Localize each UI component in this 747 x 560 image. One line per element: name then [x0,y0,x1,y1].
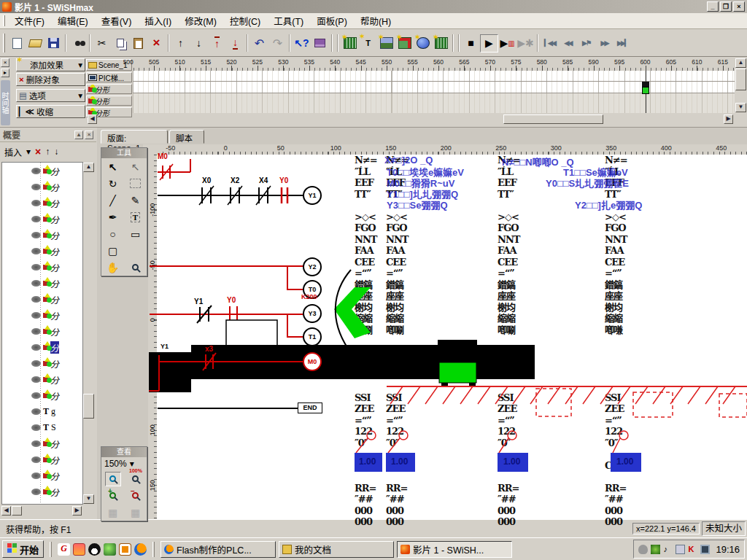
help-book-button[interactable] [311,34,329,52]
outline-move-down-button[interactable]: ↓ [54,147,58,157]
stop-button[interactable]: ■ [462,34,480,52]
menu-item[interactable]: 插入(I) [138,12,178,30]
contact-label-m0[interactable]: M0 [158,152,168,160]
context-help-button[interactable]: ↖? [293,34,311,52]
timeline-scroll-up-button[interactable]: ▲ [735,58,746,68]
timeline-row-movie[interactable]: PIC梯... [86,72,132,82]
restore-button[interactable]: ❐ [720,1,732,12]
outline-row[interactable]: ⊟ T ☝ 分 [2,243,82,259]
delete-button[interactable]: × [147,34,166,52]
zoom-select-button[interactable] [105,472,121,486]
insert-button-button[interactable] [414,34,432,52]
outline-row[interactable]: ⊟ T ☝ 分 [2,451,82,467]
outline-row[interactable]: ⊟ T ☝ 分 [2,211,82,227]
zoom-100-button[interactable]: 100% [125,470,146,487]
play-timeline-button[interactable]: ▶▥ [498,34,516,52]
start-button[interactable]: 开始 [2,540,44,558]
outline-insert-button[interactable]: 插入 [4,146,22,158]
outline-row[interactable]: ⊟ T ☝ 分 [2,483,82,499]
outline-hscroll-thumb[interactable] [12,506,22,516]
task-button-my-documents[interactable]: 我的文档 [279,541,394,558]
insert-image-button[interactable] [377,34,395,52]
contact-label-x4[interactable]: X4 [259,176,268,184]
outline-row[interactable]: ⊟ T ☝ 分 [2,163,82,179]
outline-row[interactable]: ⊟ T ☝ 分 [2,259,82,275]
timeline-hscroll-thumb[interactable] [503,114,603,124]
line-tool[interactable]: ╱ [102,192,123,209]
contact-label-y1[interactable]: Y1 [194,298,203,306]
insert-scene-button[interactable] [341,34,359,52]
task-button-flash-plc[interactable]: Flash制作的PLC... [160,541,276,558]
outline-close-icon[interactable]: × [85,131,93,139]
menu-item[interactable]: 查看(V) [95,12,139,30]
contact-label-x3[interactable]: x3 [205,345,213,353]
menu-item[interactable]: 修改(M) [178,12,223,30]
visibility-eye-icon[interactable] [29,505,39,505]
step-back-button[interactable]: ◀◀ [559,34,577,52]
transform-tool[interactable] [130,179,141,188]
menu-item[interactable]: 工具(T) [267,12,310,30]
annotation-text[interactable]: Y0□□S圠圠弸弸寉E [546,176,629,190]
menu-item[interactable]: 控制(C) [223,12,267,30]
insert-shape-button[interactable] [395,34,414,52]
quicklaunch-grip[interactable] [50,542,52,557]
timeline-close-icon[interactable]: × [1,58,9,67]
minimize-button[interactable]: _ [707,1,719,12]
tray-icon-k[interactable]: K [688,545,697,554]
contact-label-y1c[interactable]: Y1 [160,343,169,350]
outline-row[interactable]: ⊟ T ☝ 分 [2,339,82,355]
open-button[interactable] [26,34,44,52]
quicklaunch-icon-1[interactable]: G [58,543,70,556]
timeline-vscroll-thumb[interactable] [735,69,746,90]
contact-label-x0[interactable]: X0 [202,176,211,184]
play-button[interactable]: ▶ [480,34,498,52]
timeline-scroll-right-button[interactable]: ▶ [724,114,733,124]
menu-item[interactable]: 帮助(H) [354,12,398,30]
coil-m0[interactable]: M0 [303,352,322,371]
outline-row[interactable]: ⊟ T ☝ 分 [2,467,82,483]
timeline-scroll-down-button[interactable]: ▼ [735,103,746,112]
timeline-row-shape[interactable]: 分形 [86,84,132,94]
send-to-back-button[interactable]: ↓ [226,34,244,52]
outline-scroll-up-button[interactable]: ▲ [83,163,94,172]
rectangle-tool[interactable]: ▭ [125,225,146,242]
outline-row[interactable]: ⊟ T ☝ 分 [2,355,82,371]
task-button-swishmax[interactable]: 影片 1 - SWiSH... [397,541,512,558]
quicklaunch-firefox-icon[interactable] [134,543,147,556]
view-panel-title[interactable]: 查看 [101,447,147,457]
outline-scroll-left-button[interactable]: ◀ [1,506,11,516]
undo-button[interactable]: ↶ [250,34,268,52]
menu-item[interactable]: 编辑(E) [51,12,95,30]
dropdown-icon[interactable]: ▾ [130,459,134,469]
keyframe-marker[interactable] [642,87,649,94]
outline-row[interactable]: ⊟ T ☝ 分 [2,291,82,307]
outline-row[interactable]: ⊟ T ☝ 分 [2,307,82,323]
outline-row[interactable]: ⊟ T ☝ S [2,419,82,435]
insert-text-button[interactable]: T [359,34,377,52]
keyframe-marker-top[interactable] [642,82,649,87]
zoom-in-button[interactable]: + [102,487,123,504]
clock[interactable]: 19:16 [713,544,740,555]
tab-layout[interactable]: 版面: Scene_1 [101,130,168,144]
play-to-frame-button[interactable]: ▶⚑ [577,34,595,52]
value-box-label[interactable]: 1.00 [503,456,520,467]
outline-delete-button[interactable]: × [35,146,41,158]
add-effect-button[interactable]: 添加效果▾ [16,58,85,71]
outline-scroll-down-button[interactable]: ▼ [83,494,94,504]
coil-t1[interactable]: T1 [303,327,322,346]
tab-script[interactable]: 脚本 [169,130,204,144]
contact-label-x2[interactable]: X2 [231,176,239,184]
outline-row[interactable]: ⊟ T ☝ 分 [2,435,82,451]
step-forward-button[interactable]: ▶▶ [595,34,614,52]
outline-vscroll-thumb[interactable] [83,394,94,419]
tray-icon-misc[interactable] [676,545,685,554]
timeline-row-shape[interactable]: 分形 [86,96,132,106]
outline-move-up-button[interactable]: ↑ [45,147,50,157]
value-box-label[interactable]: 1.00 [616,456,633,467]
raise-object-button[interactable]: ↑ [171,34,190,52]
delete-object-button[interactable]: × 删除对象 [16,73,85,86]
pencil-tool[interactable]: ✎ [125,192,146,209]
collapse-expander-icon[interactable]: ⊟ [21,504,27,505]
value-box-label[interactable]: 1.00 [359,456,376,467]
timer-constant-label[interactable]: K200 [301,293,317,300]
